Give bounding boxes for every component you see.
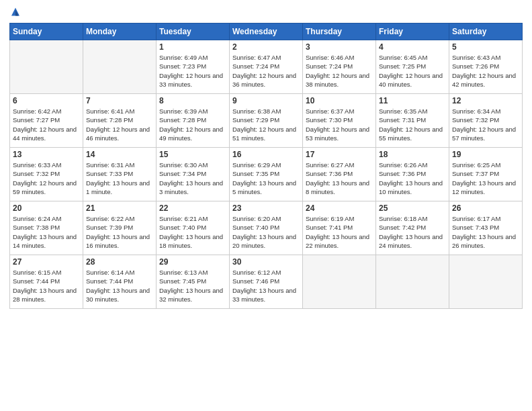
header (9, 7, 523, 19)
calendar-cell (376, 255, 449, 309)
day-number: 19 (452, 150, 519, 159)
calendar-cell: 16Sunrise: 6:29 AMSunset: 7:35 PMDayligh… (230, 148, 303, 201)
calendar-cell: 29Sunrise: 6:13 AMSunset: 7:45 PMDayligh… (157, 255, 230, 309)
day-info: Sunrise: 6:38 AMSunset: 7:29 PMDaylight:… (232, 107, 300, 142)
calendar-cell (10, 40, 83, 94)
calendar-header-row: SundayMondayTuesdayWednesdayThursdayFrid… (10, 24, 523, 40)
calendar-header-friday: Friday (376, 24, 449, 40)
day-info: Sunrise: 6:41 AMSunset: 7:28 PMDaylight:… (86, 107, 153, 142)
calendar-cell: 8Sunrise: 6:39 AMSunset: 7:28 PMDaylight… (157, 94, 230, 148)
calendar-cell: 26Sunrise: 6:17 AMSunset: 7:43 PMDayligh… (449, 201, 523, 255)
day-info: Sunrise: 6:20 AMSunset: 7:40 PMDaylight:… (232, 214, 300, 250)
day-number: 3 (306, 42, 373, 52)
calendar-cell: 4Sunrise: 6:45 AMSunset: 7:25 PMDaylight… (376, 40, 449, 94)
calendar-table: SundayMondayTuesdayWednesdayThursdayFrid… (9, 23, 523, 309)
day-info: Sunrise: 6:34 AMSunset: 7:32 PMDaylight:… (452, 107, 519, 142)
calendar-cell: 5Sunrise: 6:43 AMSunset: 7:26 PMDaylight… (449, 40, 523, 94)
calendar-week-row: 20Sunrise: 6:24 AMSunset: 7:38 PMDayligh… (10, 201, 523, 255)
day-info: Sunrise: 6:27 AMSunset: 7:36 PMDaylight:… (306, 161, 373, 196)
calendar-cell: 19Sunrise: 6:25 AMSunset: 7:37 PMDayligh… (449, 148, 523, 201)
day-number: 6 (13, 96, 80, 105)
day-info: Sunrise: 6:39 AMSunset: 7:28 PMDaylight:… (159, 107, 226, 142)
day-number: 7 (86, 96, 153, 105)
day-number: 22 (159, 203, 226, 213)
day-info: Sunrise: 6:19 AMSunset: 7:41 PMDaylight:… (306, 214, 373, 250)
day-info: Sunrise: 6:21 AMSunset: 7:40 PMDaylight:… (159, 214, 226, 250)
day-number: 11 (379, 96, 446, 105)
day-number: 12 (452, 96, 519, 105)
day-number: 24 (306, 203, 373, 213)
logo (9, 7, 24, 19)
day-info: Sunrise: 6:35 AMSunset: 7:31 PMDaylight:… (379, 107, 446, 142)
calendar-header-thursday: Thursday (303, 24, 376, 40)
day-info: Sunrise: 6:17 AMSunset: 7:43 PMDaylight:… (452, 214, 519, 250)
calendar-week-row: 27Sunrise: 6:15 AMSunset: 7:44 PMDayligh… (10, 255, 523, 309)
calendar-cell: 20Sunrise: 6:24 AMSunset: 7:38 PMDayligh… (10, 201, 83, 255)
calendar-cell: 9Sunrise: 6:38 AMSunset: 7:29 PMDaylight… (230, 94, 303, 148)
day-info: Sunrise: 6:24 AMSunset: 7:38 PMDaylight:… (13, 214, 80, 250)
calendar-header-tuesday: Tuesday (157, 24, 230, 40)
calendar-cell: 7Sunrise: 6:41 AMSunset: 7:28 PMDaylight… (83, 94, 157, 148)
calendar-cell: 13Sunrise: 6:33 AMSunset: 7:32 PMDayligh… (10, 148, 83, 201)
day-number: 14 (86, 150, 153, 159)
day-info: Sunrise: 6:25 AMSunset: 7:37 PMDaylight:… (452, 161, 519, 196)
calendar-cell: 18Sunrise: 6:26 AMSunset: 7:36 PMDayligh… (376, 148, 449, 201)
calendar-cell: 11Sunrise: 6:35 AMSunset: 7:31 PMDayligh… (376, 94, 449, 148)
calendar-week-row: 1Sunrise: 6:49 AMSunset: 7:23 PMDaylight… (10, 40, 523, 94)
day-number: 15 (159, 150, 226, 159)
calendar-cell: 24Sunrise: 6:19 AMSunset: 7:41 PMDayligh… (303, 201, 376, 255)
day-info: Sunrise: 6:37 AMSunset: 7:30 PMDaylight:… (306, 107, 373, 142)
calendar-cell (449, 255, 523, 309)
day-info: Sunrise: 6:14 AMSunset: 7:44 PMDaylight:… (86, 268, 153, 304)
logo-icon (9, 7, 21, 19)
calendar-cell: 2Sunrise: 6:47 AMSunset: 7:24 PMDaylight… (230, 40, 303, 94)
day-info: Sunrise: 6:49 AMSunset: 7:23 PMDaylight:… (159, 53, 226, 89)
day-info: Sunrise: 6:22 AMSunset: 7:39 PMDaylight:… (86, 214, 153, 250)
calendar-cell: 14Sunrise: 6:31 AMSunset: 7:33 PMDayligh… (83, 148, 157, 201)
calendar-cell (83, 40, 157, 94)
calendar-cell: 1Sunrise: 6:49 AMSunset: 7:23 PMDaylight… (157, 40, 230, 94)
calendar-page: SundayMondayTuesdayWednesdayThursdayFrid… (0, 0, 532, 411)
day-info: Sunrise: 6:12 AMSunset: 7:46 PMDaylight:… (232, 268, 300, 304)
day-number: 20 (13, 203, 80, 213)
day-info: Sunrise: 6:29 AMSunset: 7:35 PMDaylight:… (232, 161, 300, 196)
day-number: 8 (159, 96, 226, 105)
day-number: 26 (452, 203, 519, 213)
calendar-cell: 22Sunrise: 6:21 AMSunset: 7:40 PMDayligh… (157, 201, 230, 255)
calendar-cell: 25Sunrise: 6:18 AMSunset: 7:42 PMDayligh… (376, 201, 449, 255)
day-number: 18 (379, 150, 446, 159)
day-info: Sunrise: 6:13 AMSunset: 7:45 PMDaylight:… (159, 268, 226, 304)
day-number: 13 (13, 150, 80, 159)
calendar-cell: 15Sunrise: 6:30 AMSunset: 7:34 PMDayligh… (157, 148, 230, 201)
day-number: 25 (379, 203, 446, 213)
calendar-cell: 12Sunrise: 6:34 AMSunset: 7:32 PMDayligh… (449, 94, 523, 148)
calendar-cell: 21Sunrise: 6:22 AMSunset: 7:39 PMDayligh… (83, 201, 157, 255)
day-number: 9 (232, 96, 300, 105)
day-info: Sunrise: 6:43 AMSunset: 7:26 PMDaylight:… (452, 53, 519, 89)
day-info: Sunrise: 6:31 AMSunset: 7:33 PMDaylight:… (86, 161, 153, 196)
calendar-cell: 17Sunrise: 6:27 AMSunset: 7:36 PMDayligh… (303, 148, 376, 201)
calendar-header-monday: Monday (83, 24, 157, 40)
day-info: Sunrise: 6:46 AMSunset: 7:24 PMDaylight:… (306, 53, 373, 89)
calendar-week-row: 6Sunrise: 6:42 AMSunset: 7:27 PMDaylight… (10, 94, 523, 148)
day-number: 2 (232, 42, 300, 52)
day-info: Sunrise: 6:33 AMSunset: 7:32 PMDaylight:… (13, 161, 80, 196)
day-number: 17 (306, 150, 373, 159)
day-number: 10 (306, 96, 373, 105)
day-number: 29 (159, 257, 226, 267)
day-number: 23 (232, 203, 300, 213)
day-info: Sunrise: 6:26 AMSunset: 7:36 PMDaylight:… (379, 161, 446, 196)
day-info: Sunrise: 6:42 AMSunset: 7:27 PMDaylight:… (13, 107, 80, 142)
day-info: Sunrise: 6:47 AMSunset: 7:24 PMDaylight:… (232, 53, 300, 89)
calendar-week-row: 13Sunrise: 6:33 AMSunset: 7:32 PMDayligh… (10, 148, 523, 201)
day-info: Sunrise: 6:45 AMSunset: 7:25 PMDaylight:… (379, 53, 446, 89)
day-info: Sunrise: 6:30 AMSunset: 7:34 PMDaylight:… (159, 161, 226, 196)
calendar-cell: 23Sunrise: 6:20 AMSunset: 7:40 PMDayligh… (230, 201, 303, 255)
calendar-cell (303, 255, 376, 309)
day-number: 16 (232, 150, 300, 159)
day-number: 27 (13, 257, 80, 267)
day-number: 1 (159, 42, 226, 52)
calendar-cell: 10Sunrise: 6:37 AMSunset: 7:30 PMDayligh… (303, 94, 376, 148)
calendar-header-wednesday: Wednesday (230, 24, 303, 40)
day-number: 21 (86, 203, 153, 213)
